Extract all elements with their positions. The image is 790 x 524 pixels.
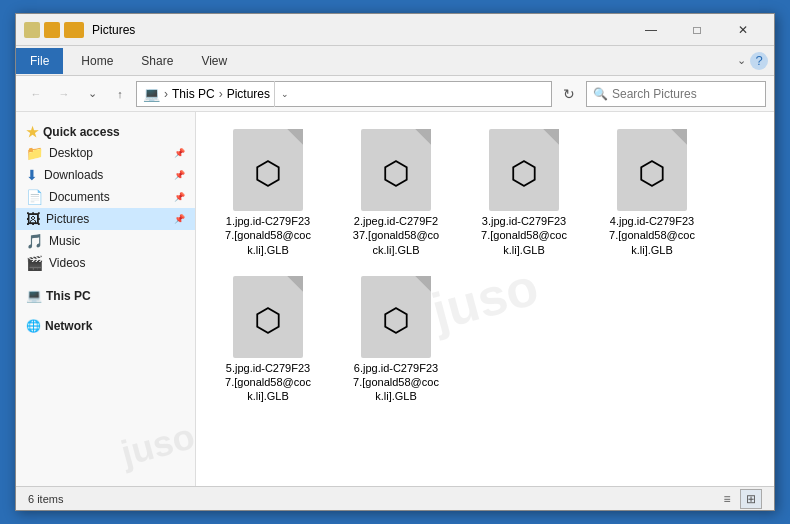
address-bar: ← → ⌄ ↑ 💻 › This PC › Pictures ⌄ ↻ 🔍 (16, 76, 774, 112)
sidebar-item-videos[interactable]: 🎬 Videos (16, 252, 195, 274)
sidebar: ★ Quick access 📁 Desktop 📌 ⬇ Downloads 📌… (16, 112, 196, 486)
cube-icon: ⬡ (638, 154, 666, 192)
sidebar-watermark: juso (117, 415, 196, 475)
cube-icon: ⬡ (510, 154, 538, 192)
network-header: 🌐 Network (16, 313, 195, 335)
path-chevron[interactable]: ⌄ (274, 81, 294, 107)
file-name: 5.jpg.id-C279F237.[gonald58@cock.li].GLB (225, 361, 311, 404)
cube-icon: ⬡ (254, 154, 282, 192)
pc-header-icon: 💻 (26, 288, 42, 303)
file-icon-bg: ⬡ (361, 129, 431, 211)
ribbon: File Home Share View ⌄ ? (16, 46, 774, 76)
file-icon-container: ⬡ (484, 130, 564, 210)
path-thispc[interactable]: This PC (172, 87, 215, 101)
this-pc-label: This PC (46, 289, 91, 303)
file-icon-container: ⬡ (356, 130, 436, 210)
file-icon-container: ⬡ (612, 130, 692, 210)
tab-home[interactable]: Home (67, 48, 127, 74)
file-item-6[interactable]: ⬡ 6.jpg.id-C279F237.[gonald58@cock.li].G… (336, 271, 456, 410)
close-button[interactable]: ✕ (720, 14, 766, 46)
list-view-button[interactable]: ≡ (716, 489, 738, 509)
window-title: Pictures (92, 23, 628, 37)
address-path[interactable]: 💻 › This PC › Pictures ⌄ (136, 81, 552, 107)
pin-icon-2: 📌 (174, 170, 185, 180)
sidebar-item-music[interactable]: 🎵 Music (16, 230, 195, 252)
refresh-button[interactable]: ↻ (556, 81, 582, 107)
music-icon: 🎵 (26, 233, 43, 249)
search-input[interactable] (612, 87, 759, 101)
file-name: 3.jpg.id-C279F237.[gonald58@cock.li].GLB (481, 214, 567, 257)
title-bar-icon-1 (24, 22, 40, 38)
title-bar-icon-2 (44, 22, 60, 38)
path-separator-2: › (219, 87, 223, 101)
pin-icon-3: 📌 (174, 192, 185, 202)
file-icon-container: ⬡ (228, 130, 308, 210)
search-icon: 🔍 (593, 87, 608, 101)
file-icon-container: ⬡ (356, 277, 436, 357)
download-icon: ⬇ (26, 167, 38, 183)
file-name: 4.jpg.id-C279F237.[gonald58@cock.li].GLB (609, 214, 695, 257)
cube-icon: ⬡ (382, 301, 410, 339)
sidebar-music-label: Music (49, 234, 80, 248)
file-icon-bg: ⬡ (233, 129, 303, 211)
file-item-5[interactable]: ⬡ 5.jpg.id-C279F237.[gonald58@cock.li].G… (208, 271, 328, 410)
ribbon-expand-icon[interactable]: ⌄ (737, 54, 746, 67)
file-icon-container: ⬡ (228, 277, 308, 357)
sidebar-item-documents[interactable]: 📄 Documents 📌 (16, 186, 195, 208)
file-content-area: juso ⬡ 1.jpg.id-C279F237.[gonald58@cock.… (196, 112, 774, 486)
file-item-3[interactable]: ⬡ 3.jpg.id-C279F237.[gonald58@cock.li].G… (464, 124, 584, 263)
tile-view-button[interactable]: ⊞ (740, 489, 762, 509)
file-name: 6.jpg.id-C279F237.[gonald58@cock.li].GLB (353, 361, 439, 404)
path-pc-icon: 💻 (143, 86, 160, 102)
tab-view[interactable]: View (187, 48, 241, 74)
star-icon: ★ (26, 124, 39, 140)
cube-icon: ⬡ (382, 154, 410, 192)
window-controls: — □ ✕ (628, 14, 766, 46)
sidebar-item-desktop[interactable]: 📁 Desktop 📌 (16, 142, 195, 164)
documents-icon: 📄 (26, 189, 43, 205)
sidebar-pictures-label: Pictures (46, 212, 89, 226)
folder-icon: 📁 (26, 145, 43, 161)
pin-icon-4: 📌 (174, 214, 185, 224)
minimize-button[interactable]: — (628, 14, 674, 46)
tab-share[interactable]: Share (127, 48, 187, 74)
file-icon-bg: ⬡ (233, 276, 303, 358)
status-bar: 6 items ≡ ⊞ (16, 486, 774, 510)
pin-icon: 📌 (174, 148, 185, 158)
path-separator-1: › (164, 87, 168, 101)
back-button[interactable]: ← (24, 82, 48, 106)
sidebar-downloads-label: Downloads (44, 168, 103, 182)
quick-access-label: Quick access (43, 125, 120, 139)
main-area: ★ Quick access 📁 Desktop 📌 ⬇ Downloads 📌… (16, 112, 774, 486)
this-pc-header: 💻 This PC (16, 282, 195, 305)
file-item-2[interactable]: ⬡ 2.jpeg.id-C279F237.[gonald58@cock.li].… (336, 124, 456, 263)
file-item-1[interactable]: ⬡ 1.jpg.id-C279F237.[gonald58@cock.li].G… (208, 124, 328, 263)
up-button[interactable]: ⌄ (80, 82, 104, 106)
quick-access-header: ★ Quick access (16, 118, 195, 142)
videos-icon: 🎬 (26, 255, 43, 271)
title-bar-icon-3 (64, 22, 84, 38)
file-name: 2.jpeg.id-C279F237.[gonald58@cock.li].GL… (353, 214, 439, 257)
file-icon-bg: ⬡ (361, 276, 431, 358)
title-bar-icons (24, 22, 84, 38)
path-pictures[interactable]: Pictures (227, 87, 270, 101)
tab-file[interactable]: File (16, 48, 63, 74)
cube-icon: ⬡ (254, 301, 282, 339)
file-icon-bg: ⬡ (489, 129, 559, 211)
sidebar-item-pictures[interactable]: 🖼 Pictures 📌 (16, 208, 195, 230)
help-icon[interactable]: ? (750, 52, 768, 70)
up-dir-button[interactable]: ↑ (108, 82, 132, 106)
maximize-button[interactable]: □ (674, 14, 720, 46)
sidebar-documents-label: Documents (49, 190, 110, 204)
sidebar-videos-label: Videos (49, 256, 85, 270)
search-box[interactable]: 🔍 (586, 81, 766, 107)
network-icon: 🌐 (26, 319, 41, 333)
network-label: Network (45, 319, 92, 333)
forward-button[interactable]: → (52, 82, 76, 106)
sidebar-item-downloads[interactable]: ⬇ Downloads 📌 (16, 164, 195, 186)
file-name: 1.jpg.id-C279F237.[gonald58@cock.li].GLB (225, 214, 311, 257)
explorer-window: Pictures — □ ✕ File Home Share View ⌄ ? … (15, 13, 775, 511)
title-bar: Pictures — □ ✕ (16, 14, 774, 46)
file-item-4[interactable]: ⬡ 4.jpg.id-C279F237.[gonald58@cock.li].G… (592, 124, 712, 263)
sidebar-desktop-label: Desktop (49, 146, 93, 160)
